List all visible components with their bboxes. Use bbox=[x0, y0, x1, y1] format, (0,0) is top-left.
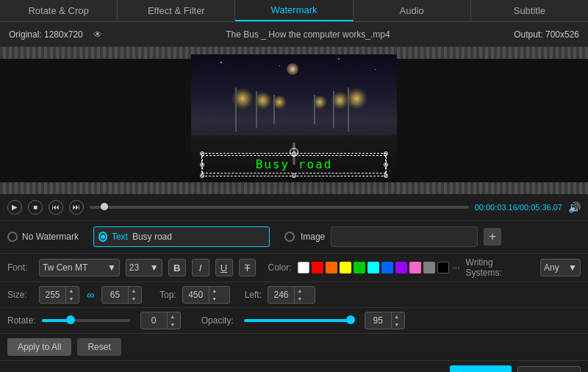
width-down[interactable]: ▼ bbox=[66, 295, 76, 303]
underline-button[interactable]: U bbox=[215, 259, 233, 276]
top-label: Top: bbox=[159, 290, 176, 300]
playback-bar: ▶ ■ ⏮ ⏭ 00:00:03.16/00:05:36.07 🔊 bbox=[0, 194, 588, 221]
rotate-up[interactable]: ▲ bbox=[168, 312, 178, 321]
size-position-row: Size: ▲ ▼ ∞ ▲ ▼ Top: ▲ ▼ Left: ▲ ▼ bbox=[0, 282, 588, 308]
color-pink[interactable] bbox=[409, 262, 421, 273]
output-resolution: Output: 700x526 bbox=[514, 29, 579, 40]
font-size-select[interactable]: 23 ▼ bbox=[126, 259, 162, 276]
color-label: Color: bbox=[268, 262, 291, 273]
no-watermark-radio[interactable] bbox=[7, 232, 18, 242]
rotate-slider-container bbox=[42, 319, 130, 322]
text-input[interactable] bbox=[132, 232, 265, 242]
color-yellow[interactable] bbox=[340, 262, 351, 273]
text-radio[interactable] bbox=[98, 232, 107, 242]
width-up[interactable]: ▲ bbox=[66, 287, 76, 295]
height-input[interactable] bbox=[102, 290, 128, 300]
font-label: Font: bbox=[7, 262, 33, 273]
video-preview-container: Busy road bbox=[0, 47, 588, 194]
color-black[interactable] bbox=[437, 262, 449, 273]
image-watermark-option[interactable]: Image + bbox=[284, 226, 501, 247]
left-label: Left: bbox=[245, 290, 262, 300]
color-green[interactable] bbox=[354, 262, 365, 273]
info-bar: Original: 1280x720 👁 The Bus _ How the c… bbox=[0, 22, 588, 47]
italic-button[interactable]: I bbox=[192, 259, 209, 276]
tab-effect-filter[interactable]: Effect & Filter bbox=[118, 0, 235, 21]
next-frame-button[interactable]: ⏭ bbox=[69, 200, 84, 215]
font-family-select[interactable]: Tw Cen MT ▼ bbox=[39, 259, 120, 276]
seek-bar[interactable] bbox=[90, 206, 469, 209]
size-label: Size: bbox=[7, 290, 33, 300]
tab-watermark[interactable]: Watermark bbox=[235, 0, 353, 21]
eye-icon[interactable]: 👁 bbox=[93, 29, 102, 40]
no-watermark-option[interactable]: No Watermark bbox=[7, 232, 79, 242]
opacity-input[interactable] bbox=[365, 315, 391, 326]
text-watermark-option[interactable]: Text bbox=[93, 226, 270, 247]
watermark-options-row: No Watermark Text Image + bbox=[0, 221, 588, 254]
top-input[interactable] bbox=[183, 290, 209, 300]
ok-button[interactable]: OK bbox=[450, 365, 512, 372]
rotate-label: Rotate: bbox=[7, 315, 36, 326]
writing-systems-select[interactable]: Any ▼ bbox=[540, 259, 581, 276]
apply-to-all-button[interactable]: Apply to All bbox=[7, 338, 71, 356]
play-button[interactable]: ▶ bbox=[7, 200, 22, 215]
rotate-input[interactable] bbox=[141, 315, 167, 326]
rotate-slider[interactable] bbox=[42, 319, 130, 322]
reset-button[interactable]: Reset bbox=[77, 338, 121, 356]
text-label: Text bbox=[112, 232, 128, 242]
video-preview: Busy road bbox=[191, 54, 397, 187]
top-up[interactable]: ▲ bbox=[209, 287, 220, 295]
color-gray[interactable] bbox=[423, 262, 435, 273]
opacity-up[interactable]: ▲ bbox=[392, 312, 402, 321]
tab-bar: Rotate & Crop Effect & Filter Watermark … bbox=[0, 0, 588, 22]
tab-audio[interactable]: Audio bbox=[354, 0, 471, 21]
color-blue[interactable] bbox=[381, 262, 393, 273]
color-purple[interactable] bbox=[395, 262, 407, 273]
rotate-opacity-row: Rotate: ▲ ▼ Opacity: ▲ ▼ bbox=[0, 308, 588, 334]
more-colors-icon[interactable]: ··· bbox=[453, 262, 460, 273]
opacity-slider[interactable] bbox=[244, 319, 354, 322]
image-radio[interactable] bbox=[284, 232, 295, 242]
color-palette: ··· bbox=[298, 262, 460, 273]
cancel-button[interactable]: Cancel bbox=[517, 366, 581, 372]
image-label: Image bbox=[301, 232, 325, 242]
tab-rotate-crop[interactable]: Rotate & Crop bbox=[0, 0, 118, 21]
left-down[interactable]: ▼ bbox=[295, 295, 305, 303]
height-spinbox[interactable]: ▲ ▼ bbox=[101, 286, 142, 304]
strikethrough-button[interactable]: T bbox=[239, 259, 257, 276]
volume-icon[interactable]: 🔊 bbox=[568, 201, 581, 213]
color-cyan[interactable] bbox=[368, 262, 379, 273]
font-settings-row: Font: Tw Cen MT ▼ 23 ▼ B I U T Color: ··… bbox=[0, 254, 588, 282]
height-down[interactable]: ▼ bbox=[129, 295, 139, 303]
color-white[interactable] bbox=[298, 262, 309, 273]
opacity-label: Opacity: bbox=[201, 315, 234, 326]
left-input[interactable] bbox=[268, 290, 294, 300]
left-spinbox[interactable]: ▲ ▼ bbox=[268, 286, 315, 304]
prev-frame-button[interactable]: ⏮ bbox=[49, 200, 63, 215]
rotate-down[interactable]: ▼ bbox=[168, 321, 178, 329]
add-image-button[interactable]: + bbox=[484, 228, 501, 246]
top-down[interactable]: ▼ bbox=[209, 295, 220, 303]
opacity-down[interactable]: ▼ bbox=[392, 321, 402, 329]
opacity-spinbox[interactable]: ▲ ▼ bbox=[365, 312, 405, 329]
bold-button[interactable]: B bbox=[168, 259, 186, 276]
current-time: 00:00:03.16/00:05:36.07 bbox=[475, 203, 562, 212]
bottom-strip bbox=[0, 182, 588, 194]
image-input-box[interactable] bbox=[331, 226, 478, 247]
opacity-slider-container bbox=[244, 319, 354, 322]
color-red[interactable] bbox=[312, 262, 323, 273]
tab-subtitle[interactable]: Subtitle bbox=[471, 0, 588, 21]
link-icon[interactable]: ∞ bbox=[87, 289, 94, 301]
original-resolution: Original: 1280x720 bbox=[9, 29, 83, 40]
height-up[interactable]: ▲ bbox=[129, 287, 139, 295]
writing-systems-label: Writing Systems: bbox=[466, 257, 532, 278]
watermark-text-overlay: Busy road bbox=[202, 155, 386, 174]
no-watermark-label: No Watermark bbox=[22, 232, 79, 242]
width-input[interactable] bbox=[40, 290, 65, 300]
rotate-spinbox[interactable]: ▲ ▼ bbox=[140, 312, 181, 329]
top-spinbox[interactable]: ▲ ▼ bbox=[182, 286, 230, 304]
stop-button[interactable]: ■ bbox=[28, 200, 43, 215]
color-orange[interactable] bbox=[326, 262, 337, 273]
left-up[interactable]: ▲ bbox=[295, 287, 305, 295]
filename-label: The Bus _ How the computer works_.mp4 bbox=[226, 29, 390, 40]
width-spinbox[interactable]: ▲ ▼ bbox=[39, 286, 79, 304]
